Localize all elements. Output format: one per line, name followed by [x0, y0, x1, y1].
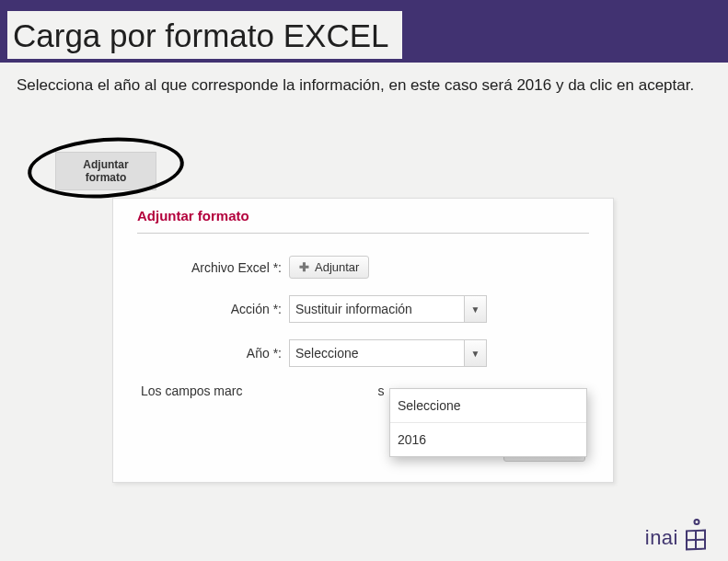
row-archivo: Archivo Excel *: ✚ Adjuntar — [137, 256, 589, 279]
adjuntar-panel: Adjuntar formato Archivo Excel *: ✚ Adju… — [112, 198, 614, 483]
plus-icon: ✚ — [299, 260, 309, 274]
dropdown-opt-seleccione[interactable]: Seleccione — [390, 389, 586, 423]
panel-title: Adjuntar formato — [137, 208, 589, 223]
row-accion: Acción *: Sustituir información ▼ — [137, 295, 589, 323]
panel-divider — [137, 233, 589, 234]
logo-text: inai — [645, 526, 678, 550]
row-anio: Año *: Seleccione ▼ — [137, 339, 589, 367]
adjuntar-button-label: Adjuntar — [315, 260, 359, 274]
chevron-down-icon: ▼ — [464, 296, 486, 322]
title-box: Carga por formato EXCEL — [7, 11, 402, 59]
logo-mark-icon — [684, 519, 710, 550]
label-accion: Acción *: — [137, 302, 289, 316]
instruction-text: Selecciona el año al que corresponde la … — [17, 75, 702, 95]
label-archivo: Archivo Excel *: — [137, 260, 289, 275]
inai-logo: inai — [645, 519, 710, 550]
select-accion[interactable]: Sustituir información ▼ — [289, 295, 487, 323]
highlight-ellipse — [26, 132, 186, 203]
select-anio[interactable]: Seleccione ▼ — [289, 339, 487, 367]
anio-dropdown: Seleccione 2016 — [389, 388, 587, 457]
dropdown-opt-2016[interactable]: 2016 — [390, 423, 586, 456]
page-title: Carga por formato EXCEL — [13, 17, 389, 54]
select-anio-value: Seleccione — [290, 346, 359, 361]
select-accion-value: Sustituir información — [290, 302, 412, 316]
chevron-down-icon: ▼ — [464, 340, 486, 366]
title-bar: Carga por formato EXCEL — [0, 0, 728, 63]
adjuntar-button[interactable]: ✚ Adjuntar — [289, 256, 369, 279]
label-anio: Año *: — [137, 346, 289, 361]
